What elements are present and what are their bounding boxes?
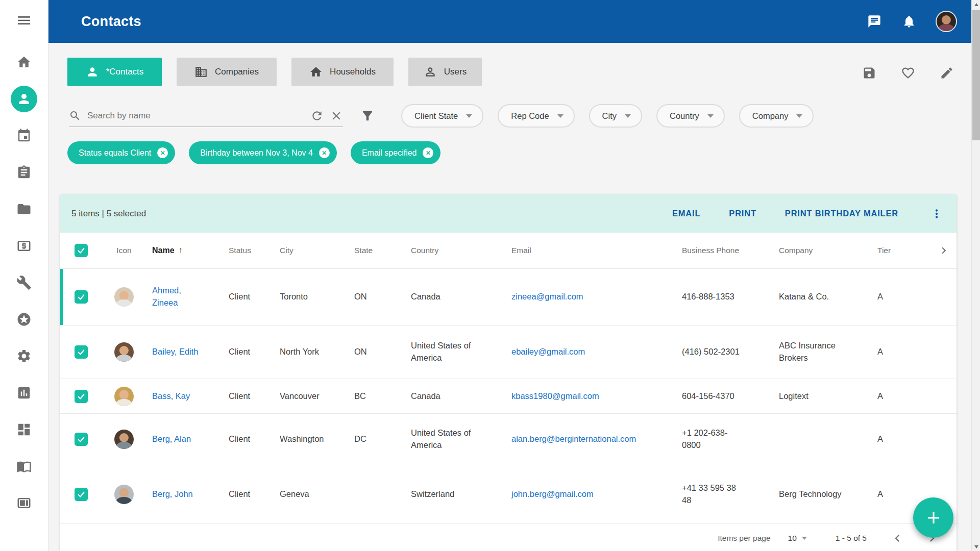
menu-icon[interactable] (15, 11, 33, 30)
favorite-heart-icon[interactable] (901, 66, 915, 80)
search-field (69, 105, 343, 127)
sidebar-item-documents[interactable] (11, 196, 37, 222)
cell-tier: A (877, 346, 931, 358)
more-columns-chevron-icon[interactable] (937, 244, 950, 257)
filter-chip-status: Status equals Client (67, 141, 175, 164)
column-header-country[interactable]: Country (411, 246, 511, 255)
gear-icon (16, 348, 32, 364)
table-row[interactable]: Bailey, Edith Client North York ON Unite… (60, 325, 957, 379)
table-row[interactable]: Berg, Alan Client Washington DC United S… (60, 414, 957, 465)
table-pagination: Items per page 10 1 - 5 of 5 (60, 523, 957, 551)
sidebar-item-favorites[interactable] (11, 306, 37, 333)
vertical-scrollbar[interactable] (971, 0, 980, 551)
scrollbar-thumb[interactable] (972, 10, 980, 140)
tab-contacts[interactable]: *Contacts (67, 58, 162, 86)
tab-households[interactable]: Households (291, 58, 394, 86)
table-row[interactable]: Bass, Kay Client Vancouver BC Canada kba… (60, 379, 957, 414)
contact-email-link[interactable]: ebailey@gmail.com (511, 347, 585, 356)
sidebar-item-settings[interactable] (11, 343, 37, 369)
filter-dropdown-city[interactable]: City (589, 104, 642, 128)
previous-page-icon[interactable] (890, 531, 904, 545)
filter-dropdown-client-state[interactable]: Client State (401, 104, 483, 128)
contact-name-link[interactable]: Ahmed, Zineea (152, 286, 181, 307)
remove-chip-icon[interactable] (157, 147, 168, 158)
column-header-city[interactable]: City (280, 246, 354, 255)
cell-country: United States of America (411, 427, 511, 452)
scroll-down-icon[interactable] (972, 542, 980, 551)
contact-name-link[interactable]: Bass, Kay (152, 391, 190, 400)
print-button[interactable]: PRINT (729, 209, 756, 218)
filter-dropdown-company[interactable]: Company (739, 104, 814, 128)
row-checkbox[interactable] (75, 390, 88, 403)
remove-chip-icon[interactable] (319, 147, 330, 158)
column-header-tier[interactable]: Tier (877, 246, 931, 255)
column-header-status[interactable]: Status (229, 246, 280, 255)
row-checkbox[interactable] (75, 488, 88, 501)
user-avatar[interactable] (937, 12, 956, 31)
contact-name-link[interactable]: Bailey, Edith (152, 347, 199, 356)
contact-email-link[interactable]: zineea@gmail.com (511, 292, 583, 301)
column-header-company[interactable]: Company (779, 246, 877, 255)
contact-name-link[interactable]: Berg, Alan (152, 434, 191, 443)
column-header-name[interactable]: Name↑ (152, 245, 229, 256)
sidebar-item-layout[interactable] (11, 490, 37, 516)
table-row[interactable]: Ahmed, Zineea Client Toronto ON Canada z… (60, 269, 957, 325)
cell-city: North York (280, 346, 354, 358)
contact-email-link[interactable]: kbass1980@gmail.com (511, 391, 599, 400)
items-per-page-select[interactable]: 10 (788, 534, 807, 543)
sidebar-item-billing[interactable] (11, 233, 37, 259)
table-row[interactable]: Berg, John Client Geneva Switzerland joh… (60, 465, 957, 523)
star-circle-icon (16, 312, 32, 327)
cell-status: Client (229, 488, 280, 500)
add-contact-fab[interactable] (913, 497, 953, 538)
clear-search-icon[interactable] (330, 109, 343, 122)
tab-users[interactable]: Users (408, 58, 482, 86)
sidebar-item-dashboard[interactable] (11, 416, 37, 443)
print-birthday-mailer-button[interactable]: PRINT BIRTHDAY MAILER (785, 209, 898, 218)
sidebar-item-calendar[interactable] (11, 122, 37, 149)
sidebar-item-home[interactable] (11, 49, 37, 76)
row-checkbox[interactable] (75, 290, 88, 304)
row-checkbox[interactable] (75, 345, 88, 359)
tab-label: *Contacts (106, 67, 144, 77)
sidebar-item-contacts[interactable] (11, 86, 37, 112)
chevron-down-icon (625, 114, 631, 118)
cell-company: Berg Technology (779, 488, 877, 500)
contact-email-link[interactable]: john.berg@gmail.com (511, 489, 594, 498)
cell-city: Toronto (280, 291, 354, 303)
tab-companies[interactable]: Companies (177, 58, 277, 86)
search-input[interactable] (87, 111, 304, 121)
sidebar-item-directory[interactable] (11, 453, 37, 480)
filter-dropdown-rep-code[interactable]: Rep Code (498, 104, 574, 128)
page-range: 1 - 5 of 5 (836, 534, 867, 543)
scroll-up-icon[interactable] (972, 0, 980, 9)
chevron-down-icon (707, 114, 714, 118)
contact-avatar (114, 342, 134, 362)
sidebar-item-reports[interactable] (11, 380, 37, 406)
sidebar-item-tasks[interactable] (11, 159, 37, 186)
contact-name-link[interactable]: Berg, John (152, 489, 193, 498)
refresh-icon[interactable] (310, 109, 324, 122)
calendar-icon (16, 128, 32, 143)
select-all-checkbox[interactable] (75, 244, 88, 257)
row-checkbox[interactable] (75, 433, 88, 446)
column-header-email[interactable]: Email (511, 246, 682, 255)
sidebar-item-tools[interactable] (11, 269, 37, 296)
contact-email-link[interactable]: alan.berg@berginternational.com (511, 434, 636, 443)
column-header-business-phone[interactable]: Business Phone (682, 246, 779, 255)
filter-funnel-icon[interactable] (360, 109, 375, 123)
app-header: Contacts (48, 0, 971, 43)
column-header-state[interactable]: State (354, 246, 411, 255)
edit-pencil-icon[interactable] (940, 66, 954, 80)
email-button[interactable]: EMAIL (672, 209, 700, 218)
main-content: *Contacts Companies Households Users (48, 43, 971, 551)
search-filter-row: Client State Rep Code City Country Compa… (69, 104, 814, 128)
notifications-bell-icon[interactable] (902, 14, 916, 29)
cell-business-phone: 604-156-4370 (682, 390, 779, 403)
more-options-icon[interactable] (930, 207, 943, 220)
chip-label: Status equals Client (79, 148, 151, 158)
chat-icon[interactable] (867, 14, 881, 29)
remove-chip-icon[interactable] (423, 147, 433, 158)
save-icon[interactable] (862, 66, 876, 80)
filter-dropdown-country[interactable]: Country (656, 104, 725, 128)
